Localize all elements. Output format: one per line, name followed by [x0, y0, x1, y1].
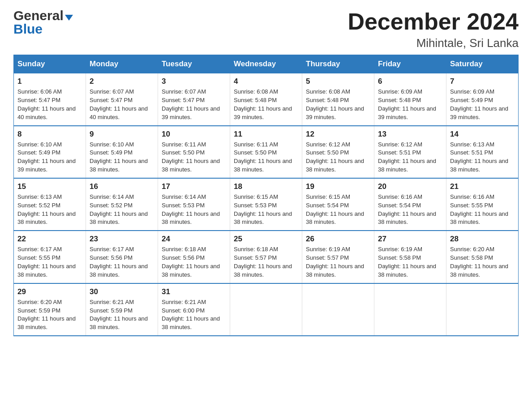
day-info: Sunrise: 6:15 AMSunset: 5:53 PMDaylight:… [234, 193, 298, 227]
day-info: Sunrise: 6:19 AMSunset: 5:57 PMDaylight:… [306, 245, 370, 279]
day-info: Sunrise: 6:12 AMSunset: 5:50 PMDaylight:… [306, 141, 370, 174]
day-info: Sunrise: 6:10 AMSunset: 5:49 PMDaylight:… [90, 141, 154, 174]
month-year-title: December 2024 [348, 9, 519, 34]
day-info: Sunrise: 6:21 AMSunset: 6:00 PMDaylight:… [162, 298, 226, 332]
calendar-header: Sunday Monday Tuesday Wednesday Thursday… [14, 55, 519, 73]
calendar-cell: 18Sunrise: 6:15 AMSunset: 5:53 PMDayligh… [230, 178, 302, 231]
title-block: December 2024 Mihintale, Sri Lanka [348, 9, 519, 50]
day-info: Sunrise: 6:12 AMSunset: 5:51 PMDaylight:… [378, 141, 442, 174]
day-number: 25 [234, 235, 298, 244]
calendar-cell: 1Sunrise: 6:06 AMSunset: 5:47 PMDaylight… [14, 73, 86, 126]
day-info: Sunrise: 6:14 AMSunset: 5:52 PMDaylight:… [90, 193, 154, 227]
calendar-week-row: 8Sunrise: 6:10 AMSunset: 5:49 PMDaylight… [14, 126, 519, 178]
day-info: Sunrise: 6:19 AMSunset: 5:58 PMDaylight:… [378, 245, 442, 279]
day-number: 12 [306, 130, 370, 139]
day-number: 20 [378, 182, 442, 191]
calendar-cell: 6Sunrise: 6:09 AMSunset: 5:48 PMDaylight… [374, 73, 446, 126]
calendar-body: 1Sunrise: 6:06 AMSunset: 5:47 PMDaylight… [14, 73, 519, 336]
day-number: 14 [450, 130, 515, 139]
day-info: Sunrise: 6:18 AMSunset: 5:56 PMDaylight:… [162, 245, 226, 279]
day-info: Sunrise: 6:07 AMSunset: 5:47 PMDaylight:… [90, 88, 154, 121]
calendar-week-row: 15Sunrise: 6:13 AMSunset: 5:52 PMDayligh… [14, 178, 519, 231]
calendar-cell: 14Sunrise: 6:13 AMSunset: 5:51 PMDayligh… [446, 126, 519, 178]
calendar-cell: 22Sunrise: 6:17 AMSunset: 5:55 PMDayligh… [14, 231, 86, 283]
day-info: Sunrise: 6:14 AMSunset: 5:53 PMDaylight:… [162, 193, 226, 227]
calendar-cell: 24Sunrise: 6:18 AMSunset: 5:56 PMDayligh… [158, 231, 230, 283]
day-info: Sunrise: 6:11 AMSunset: 5:50 PMDaylight:… [162, 141, 226, 174]
calendar-cell: 5Sunrise: 6:08 AMSunset: 5:48 PMDaylight… [302, 73, 374, 126]
calendar-cell: 20Sunrise: 6:16 AMSunset: 5:54 PMDayligh… [374, 178, 446, 231]
day-info: Sunrise: 6:20 AMSunset: 5:58 PMDaylight:… [450, 245, 515, 279]
calendar-cell: 29Sunrise: 6:20 AMSunset: 5:59 PMDayligh… [14, 283, 86, 336]
day-info: Sunrise: 6:08 AMSunset: 5:48 PMDaylight:… [306, 88, 370, 121]
day-number: 15 [17, 182, 82, 191]
day-number: 29 [17, 287, 82, 296]
calendar-week-row: 29Sunrise: 6:20 AMSunset: 5:59 PMDayligh… [14, 283, 519, 336]
calendar-cell: 28Sunrise: 6:20 AMSunset: 5:58 PMDayligh… [446, 231, 519, 283]
day-number: 7 [450, 77, 515, 86]
day-info: Sunrise: 6:10 AMSunset: 5:49 PMDaylight:… [17, 141, 82, 174]
day-number: 31 [162, 287, 226, 296]
calendar-cell: 19Sunrise: 6:15 AMSunset: 5:54 PMDayligh… [302, 178, 374, 231]
day-info: Sunrise: 6:13 AMSunset: 5:51 PMDaylight:… [450, 141, 515, 174]
day-number: 19 [306, 182, 370, 191]
day-number: 30 [90, 287, 154, 296]
day-info: Sunrise: 6:13 AMSunset: 5:52 PMDaylight:… [17, 193, 82, 227]
day-number: 18 [234, 182, 298, 191]
day-number: 17 [162, 182, 226, 191]
calendar-cell [302, 283, 374, 336]
day-number: 8 [17, 130, 82, 139]
day-number: 26 [306, 235, 370, 244]
calendar-table: Sunday Monday Tuesday Wednesday Thursday… [13, 55, 519, 336]
day-number: 6 [378, 77, 442, 86]
day-number: 4 [234, 77, 298, 86]
logo-triangle-icon [65, 15, 73, 21]
calendar-cell: 11Sunrise: 6:11 AMSunset: 5:50 PMDayligh… [230, 126, 302, 178]
calendar-cell: 12Sunrise: 6:12 AMSunset: 5:50 PMDayligh… [302, 126, 374, 178]
day-info: Sunrise: 6:18 AMSunset: 5:57 PMDaylight:… [234, 245, 298, 279]
calendar-cell: 17Sunrise: 6:14 AMSunset: 5:53 PMDayligh… [158, 178, 230, 231]
calendar-cell: 2Sunrise: 6:07 AMSunset: 5:47 PMDaylight… [86, 73, 158, 126]
day-info: Sunrise: 6:08 AMSunset: 5:48 PMDaylight:… [234, 88, 298, 121]
weekday-header-row: Sunday Monday Tuesday Wednesday Thursday… [14, 55, 519, 73]
day-info: Sunrise: 6:15 AMSunset: 5:54 PMDaylight:… [306, 193, 370, 227]
calendar-cell: 3Sunrise: 6:07 AMSunset: 5:47 PMDaylight… [158, 73, 230, 126]
day-info: Sunrise: 6:16 AMSunset: 5:54 PMDaylight:… [378, 193, 442, 227]
calendar-cell: 10Sunrise: 6:11 AMSunset: 5:50 PMDayligh… [158, 126, 230, 178]
calendar-week-row: 1Sunrise: 6:06 AMSunset: 5:47 PMDaylight… [14, 73, 519, 126]
page-header: General Blue December 2024 Mihintale, Sr… [13, 9, 519, 50]
calendar-cell: 7Sunrise: 6:09 AMSunset: 5:49 PMDaylight… [446, 73, 519, 126]
calendar-cell: 21Sunrise: 6:16 AMSunset: 5:55 PMDayligh… [446, 178, 519, 231]
day-number: 21 [450, 182, 515, 191]
day-info: Sunrise: 6:20 AMSunset: 5:59 PMDaylight:… [17, 298, 82, 332]
day-number: 13 [378, 130, 442, 139]
day-info: Sunrise: 6:21 AMSunset: 5:59 PMDaylight:… [90, 298, 154, 332]
calendar-cell: 31Sunrise: 6:21 AMSunset: 6:00 PMDayligh… [158, 283, 230, 336]
day-number: 24 [162, 235, 226, 244]
day-number: 23 [90, 235, 154, 244]
header-sunday: Sunday [14, 55, 86, 73]
header-friday: Friday [374, 55, 446, 73]
header-tuesday: Tuesday [158, 55, 230, 73]
day-number: 27 [378, 235, 442, 244]
day-info: Sunrise: 6:17 AMSunset: 5:55 PMDaylight:… [17, 245, 82, 279]
header-monday: Monday [86, 55, 158, 73]
day-number: 16 [90, 182, 154, 191]
calendar-cell: 26Sunrise: 6:19 AMSunset: 5:57 PMDayligh… [302, 231, 374, 283]
day-info: Sunrise: 6:09 AMSunset: 5:48 PMDaylight:… [378, 88, 442, 121]
calendar-cell [446, 283, 519, 336]
day-info: Sunrise: 6:11 AMSunset: 5:50 PMDaylight:… [234, 141, 298, 174]
calendar-cell: 4Sunrise: 6:08 AMSunset: 5:48 PMDaylight… [230, 73, 302, 126]
day-info: Sunrise: 6:06 AMSunset: 5:47 PMDaylight:… [17, 88, 82, 121]
calendar-cell: 16Sunrise: 6:14 AMSunset: 5:52 PMDayligh… [86, 178, 158, 231]
calendar-cell: 8Sunrise: 6:10 AMSunset: 5:49 PMDaylight… [14, 126, 86, 178]
calendar-cell [374, 283, 446, 336]
logo-general: General [13, 9, 64, 22]
calendar-cell: 15Sunrise: 6:13 AMSunset: 5:52 PMDayligh… [14, 178, 86, 231]
day-number: 3 [162, 77, 226, 86]
calendar-cell: 13Sunrise: 6:12 AMSunset: 5:51 PMDayligh… [374, 126, 446, 178]
day-number: 5 [306, 77, 370, 86]
logo: General Blue [13, 9, 73, 36]
day-info: Sunrise: 6:09 AMSunset: 5:49 PMDaylight:… [450, 88, 515, 121]
calendar-cell: 23Sunrise: 6:17 AMSunset: 5:56 PMDayligh… [86, 231, 158, 283]
